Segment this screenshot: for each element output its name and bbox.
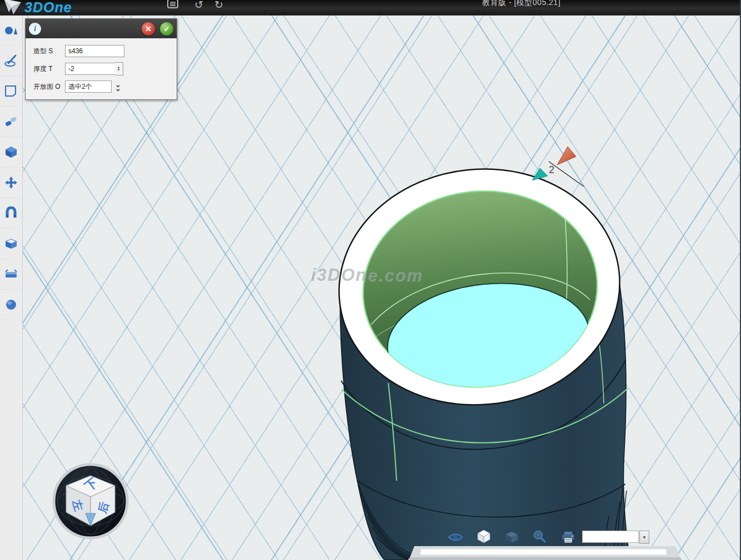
cancel-button[interactable]: ✕ (142, 22, 155, 36)
window-title: 教育版 - [模型005.21] (482, 0, 560, 8)
view-dropdown-input[interactable] (582, 531, 639, 543)
info-icon[interactable]: i (29, 23, 41, 35)
sidebar-item-effects[interactable] (0, 229, 22, 259)
tray-container-icon (4, 268, 18, 281)
sidebar-item-assembly[interactable] (0, 198, 22, 229)
thickness-input[interactable] (65, 63, 114, 75)
solid-cube-icon (4, 145, 18, 159)
sketch-pen-icon (4, 54, 18, 67)
sidebar-item-move[interactable] (0, 168, 22, 198)
magnet-icon (4, 206, 18, 220)
ground-slab (408, 546, 682, 560)
open-face-input[interactable] (65, 80, 112, 93)
sidebar-item-primitive-shapes[interactable] (0, 15, 22, 46)
effects-box-icon (4, 237, 18, 250)
logo-arrow-icon (2, 0, 24, 17)
zoom-button[interactable] (531, 529, 548, 544)
title-bar: 3DOne ↺ ↻ 教育版 - [模型005.21] (0, 0, 741, 16)
move-arrows-icon (4, 176, 18, 189)
expand-chevron-icon[interactable]: ⌄ ⌄ (115, 83, 121, 90)
left-toolbar (0, 15, 23, 560)
sphere-icon (4, 298, 18, 311)
solid-cube-dark-icon (504, 531, 519, 544)
logo-text: 3DOne (24, 0, 72, 16)
shaded-view-button[interactable] (475, 528, 492, 544)
sidebar-item-solid[interactable] (0, 137, 22, 168)
sidebar-item-container[interactable] (0, 259, 22, 290)
shell-dialog: i ✕ ✓ 造型 S 厚度 T ▲ ▼ 开放面 O ⌄ ⌄ (25, 18, 177, 100)
printer-icon (561, 531, 575, 544)
sketch-plane-icon (4, 84, 18, 98)
primitive-shapes-icon (4, 23, 18, 37)
document-icon[interactable] (167, 0, 179, 12)
dialog-body: 造型 S 厚度 T ▲ ▼ 开放面 O ⌄ ⌄ (26, 38, 177, 99)
view-dropdown: ▼ (582, 531, 649, 544)
red-cone-handle[interactable] (557, 147, 576, 165)
shape-input[interactable] (65, 45, 124, 57)
open-face-field-label: 开放面 O (33, 82, 65, 92)
shape-field-label: 造型 S (33, 47, 65, 56)
trim-eraser-icon (4, 115, 18, 128)
sidebar-item-render[interactable] (0, 290, 22, 320)
spinner-down-icon[interactable]: ▼ (117, 69, 121, 72)
dialog-header: i ✕ ✓ (26, 19, 177, 38)
sidebar-item-sketch-plane[interactable] (0, 76, 22, 107)
dropdown-arrow-icon[interactable]: ▼ (639, 531, 649, 544)
undo-icon[interactable]: ↺ (194, 0, 203, 11)
thickness-spinner[interactable]: ▲ ▼ (114, 62, 123, 75)
shaded-cube-icon (477, 529, 491, 543)
eye-icon (448, 532, 463, 543)
sidebar-item-trim[interactable] (0, 107, 22, 137)
solid-view-button[interactable] (503, 529, 520, 545)
thickness-field-label: 厚度 T (33, 64, 65, 74)
watermark: i3DOne.com (311, 265, 423, 285)
redo-icon[interactable]: ↻ (214, 0, 223, 11)
sidebar-item-sketch[interactable] (0, 46, 22, 76)
visibility-button[interactable] (447, 529, 464, 545)
magnifier-icon (532, 529, 547, 544)
app-logo: 3DOne (2, 0, 72, 17)
view-cube[interactable]: 下 左 后 (52, 462, 129, 540)
handle-value-label: 2 (549, 164, 554, 175)
confirm-button[interactable]: ✓ (160, 22, 173, 36)
render-button[interactable] (560, 529, 577, 545)
